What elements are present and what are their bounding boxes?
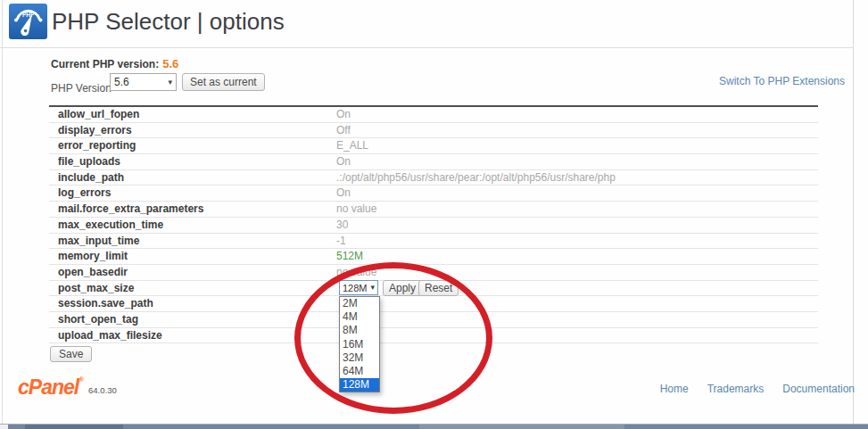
option-row: file_uploads On <box>49 154 818 170</box>
option-row: error_reporting E_ALL <box>49 138 818 154</box>
option-name: short_open_tag <box>58 312 138 327</box>
option-value: -1 <box>336 234 346 249</box>
registered-mark-icon: ® <box>79 375 84 384</box>
option-row: open_basedir no value <box>49 265 818 281</box>
php-version-select[interactable]: 5.6 ▾ <box>110 73 177 91</box>
option-name: include_path <box>58 170 124 186</box>
option-row: max_execution_time 30 <box>49 218 818 234</box>
taskbar-segment <box>419 425 624 429</box>
php-version-select-value: 5.6 <box>114 76 129 88</box>
footer-link-trademarks[interactable]: Trademarks <box>707 383 765 395</box>
option-value: E_ALL <box>336 138 368 153</box>
option-name: error_reporting <box>58 138 136 153</box>
apply-button[interactable]: Apply <box>383 280 422 296</box>
svg-text:PHP: PHP <box>22 12 35 18</box>
caret-down-icon: ▾ <box>168 78 172 87</box>
page-title: PHP Selector | options <box>52 8 285 36</box>
footer-links: Home Trademarks Documentation <box>660 383 855 395</box>
listbox-option[interactable]: 64M <box>340 365 379 378</box>
option-name: session.save_path <box>58 296 153 311</box>
footer-link-home[interactable]: Home <box>660 383 689 395</box>
option-row: allow_url_fopen On <box>49 107 818 123</box>
reset-button[interactable]: Reset <box>418 280 459 296</box>
listbox-option[interactable]: 8M <box>340 324 379 337</box>
option-value: On <box>336 154 351 169</box>
options-table: allow_url_fopen On display_errors Off er… <box>49 105 818 343</box>
listbox-option[interactable]: 2M <box>340 297 379 310</box>
footer-link-documentation[interactable]: Documentation <box>782 383 855 395</box>
option-value: 512M <box>336 249 363 264</box>
listbox-option[interactable]: 4M <box>340 310 379 324</box>
listbox-option[interactable]: 16M <box>340 338 379 351</box>
listbox-option[interactable]: 32M <box>340 351 379 365</box>
taskbar-strip <box>0 424 868 429</box>
current-php-version-label: Current PHP version: <box>51 58 159 70</box>
option-name: post_max_size <box>58 281 134 296</box>
option-row: mail.force_extra_parameters no value <box>49 202 818 218</box>
set-as-current-button[interactable]: Set as current <box>182 73 265 91</box>
option-name: upload_max_filesize <box>58 328 162 343</box>
option-row: memory_limit 512M <box>49 249 818 265</box>
option-name: file_uploads <box>58 154 120 169</box>
header-divider <box>0 47 854 48</box>
option-row: display_errors Off <box>49 123 818 139</box>
php-gauge-icon: PHP <box>9 4 47 39</box>
switch-to-php-extensions-link[interactable]: Switch To PHP Extensions <box>719 75 845 87</box>
option-name: mail.force_extra_parameters <box>58 202 203 217</box>
php-selector-page: PHP PHP Selector | options Current PHP v… <box>0 0 868 429</box>
current-php-version-value: 5.6 <box>162 57 178 70</box>
option-value: On <box>336 186 351 201</box>
current-php-version: Current PHP version:5.6 <box>51 57 178 70</box>
option-name: allow_url_fopen <box>58 107 139 122</box>
caret-down-icon: ▾ <box>370 284 375 292</box>
option-row: session.save_path <box>49 296 818 312</box>
listbox-option[interactable]: 128M <box>340 378 379 392</box>
taskbar-segment <box>25 425 123 429</box>
option-row: log_errors On <box>49 186 818 202</box>
option-name: open_basedir <box>58 265 128 280</box>
taskbar-segment <box>0 425 8 429</box>
page-right-border <box>853 0 854 425</box>
option-row: upload_max_filesize <box>49 328 818 344</box>
option-name: log_errors <box>58 186 111 201</box>
cpanel-logo-text: cPanel <box>18 375 79 399</box>
option-name: max_input_time <box>58 234 139 249</box>
post-max-size-select[interactable]: 128M ▾ <box>339 280 378 295</box>
option-name: display_errors <box>58 123 132 138</box>
cpanel-version: 64.0.30 <box>88 385 117 395</box>
option-row: short_open_tag <box>49 312 818 328</box>
option-value: no value <box>336 202 376 217</box>
option-value: no value <box>336 265 376 280</box>
post-max-size-select-value: 128M <box>343 283 368 293</box>
option-value: On <box>336 107 351 122</box>
option-value: Off <box>336 123 351 138</box>
option-name: memory_limit <box>58 249 128 264</box>
option-row: max_input_time -1 <box>49 234 818 250</box>
option-row: include_path .:/opt/alt/php56/usr/share/… <box>49 170 818 186</box>
save-button[interactable]: Save <box>50 346 92 362</box>
php-version-label: PHP Version <box>51 82 112 95</box>
page-left-border <box>2 0 3 425</box>
post-max-size-listbox[interactable]: 2M 4M 8M 16M 32M 64M 128M <box>339 296 380 392</box>
cpanel-logo: cPanel® <box>18 375 84 400</box>
option-value: 30 <box>336 218 348 233</box>
option-value: .:/opt/alt/php56/usr/share/pear:/opt/alt… <box>336 170 616 186</box>
option-name: max_execution_time <box>58 218 163 233</box>
